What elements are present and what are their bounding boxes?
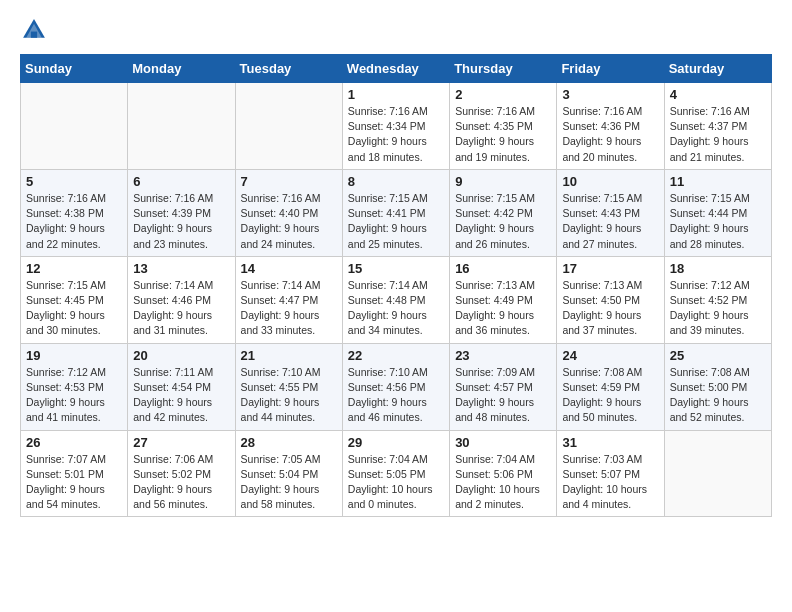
day-info: Sunrise: 7:15 AMSunset: 4:44 PMDaylight:… xyxy=(670,191,766,252)
day-info: Sunrise: 7:13 AMSunset: 4:49 PMDaylight:… xyxy=(455,278,551,339)
day-info: Sunrise: 7:16 AMSunset: 4:36 PMDaylight:… xyxy=(562,104,658,165)
day-number: 3 xyxy=(562,87,658,102)
day-cell: 2Sunrise: 7:16 AMSunset: 4:35 PMDaylight… xyxy=(450,83,557,170)
day-info: Sunrise: 7:12 AMSunset: 4:52 PMDaylight:… xyxy=(670,278,766,339)
day-cell: 9Sunrise: 7:15 AMSunset: 4:42 PMDaylight… xyxy=(450,169,557,256)
day-cell: 15Sunrise: 7:14 AMSunset: 4:48 PMDayligh… xyxy=(342,256,449,343)
day-cell: 17Sunrise: 7:13 AMSunset: 4:50 PMDayligh… xyxy=(557,256,664,343)
day-number: 1 xyxy=(348,87,444,102)
day-info: Sunrise: 7:14 AMSunset: 4:48 PMDaylight:… xyxy=(348,278,444,339)
day-info: Sunrise: 7:14 AMSunset: 4:46 PMDaylight:… xyxy=(133,278,229,339)
day-info: Sunrise: 7:15 AMSunset: 4:42 PMDaylight:… xyxy=(455,191,551,252)
day-cell: 31Sunrise: 7:03 AMSunset: 5:07 PMDayligh… xyxy=(557,430,664,517)
day-number: 9 xyxy=(455,174,551,189)
day-info: Sunrise: 7:06 AMSunset: 5:02 PMDaylight:… xyxy=(133,452,229,513)
logo xyxy=(20,16,52,44)
day-number: 23 xyxy=(455,348,551,363)
day-number: 2 xyxy=(455,87,551,102)
day-info: Sunrise: 7:16 AMSunset: 4:38 PMDaylight:… xyxy=(26,191,122,252)
day-number: 29 xyxy=(348,435,444,450)
day-cell: 12Sunrise: 7:15 AMSunset: 4:45 PMDayligh… xyxy=(21,256,128,343)
day-number: 15 xyxy=(348,261,444,276)
day-info: Sunrise: 7:14 AMSunset: 4:47 PMDaylight:… xyxy=(241,278,337,339)
day-info: Sunrise: 7:16 AMSunset: 4:35 PMDaylight:… xyxy=(455,104,551,165)
weekday-header-wednesday: Wednesday xyxy=(342,55,449,83)
day-info: Sunrise: 7:10 AMSunset: 4:56 PMDaylight:… xyxy=(348,365,444,426)
day-cell: 25Sunrise: 7:08 AMSunset: 5:00 PMDayligh… xyxy=(664,343,771,430)
week-row-4: 19Sunrise: 7:12 AMSunset: 4:53 PMDayligh… xyxy=(21,343,772,430)
day-number: 30 xyxy=(455,435,551,450)
day-number: 17 xyxy=(562,261,658,276)
day-number: 7 xyxy=(241,174,337,189)
day-cell: 22Sunrise: 7:10 AMSunset: 4:56 PMDayligh… xyxy=(342,343,449,430)
day-number: 25 xyxy=(670,348,766,363)
day-info: Sunrise: 7:09 AMSunset: 4:57 PMDaylight:… xyxy=(455,365,551,426)
svg-rect-2 xyxy=(31,32,37,38)
day-info: Sunrise: 7:03 AMSunset: 5:07 PMDaylight:… xyxy=(562,452,658,513)
day-cell: 24Sunrise: 7:08 AMSunset: 4:59 PMDayligh… xyxy=(557,343,664,430)
day-cell xyxy=(235,83,342,170)
day-number: 27 xyxy=(133,435,229,450)
day-number: 28 xyxy=(241,435,337,450)
day-info: Sunrise: 7:16 AMSunset: 4:37 PMDaylight:… xyxy=(670,104,766,165)
day-info: Sunrise: 7:04 AMSunset: 5:06 PMDaylight:… xyxy=(455,452,551,513)
day-info: Sunrise: 7:13 AMSunset: 4:50 PMDaylight:… xyxy=(562,278,658,339)
day-number: 12 xyxy=(26,261,122,276)
day-number: 6 xyxy=(133,174,229,189)
day-cell: 11Sunrise: 7:15 AMSunset: 4:44 PMDayligh… xyxy=(664,169,771,256)
day-number: 10 xyxy=(562,174,658,189)
day-cell xyxy=(664,430,771,517)
week-row-5: 26Sunrise: 7:07 AMSunset: 5:01 PMDayligh… xyxy=(21,430,772,517)
weekday-header-row: SundayMondayTuesdayWednesdayThursdayFrid… xyxy=(21,55,772,83)
day-cell: 10Sunrise: 7:15 AMSunset: 4:43 PMDayligh… xyxy=(557,169,664,256)
day-cell: 26Sunrise: 7:07 AMSunset: 5:01 PMDayligh… xyxy=(21,430,128,517)
day-cell: 18Sunrise: 7:12 AMSunset: 4:52 PMDayligh… xyxy=(664,256,771,343)
day-cell: 28Sunrise: 7:05 AMSunset: 5:04 PMDayligh… xyxy=(235,430,342,517)
weekday-header-monday: Monday xyxy=(128,55,235,83)
day-cell: 29Sunrise: 7:04 AMSunset: 5:05 PMDayligh… xyxy=(342,430,449,517)
day-info: Sunrise: 7:15 AMSunset: 4:43 PMDaylight:… xyxy=(562,191,658,252)
logo-icon xyxy=(20,16,48,44)
day-info: Sunrise: 7:15 AMSunset: 4:45 PMDaylight:… xyxy=(26,278,122,339)
day-number: 16 xyxy=(455,261,551,276)
day-number: 11 xyxy=(670,174,766,189)
day-cell: 7Sunrise: 7:16 AMSunset: 4:40 PMDaylight… xyxy=(235,169,342,256)
day-cell xyxy=(21,83,128,170)
day-cell: 14Sunrise: 7:14 AMSunset: 4:47 PMDayligh… xyxy=(235,256,342,343)
week-row-1: 1Sunrise: 7:16 AMSunset: 4:34 PMDaylight… xyxy=(21,83,772,170)
day-info: Sunrise: 7:08 AMSunset: 5:00 PMDaylight:… xyxy=(670,365,766,426)
day-cell: 21Sunrise: 7:10 AMSunset: 4:55 PMDayligh… xyxy=(235,343,342,430)
day-cell: 8Sunrise: 7:15 AMSunset: 4:41 PMDaylight… xyxy=(342,169,449,256)
day-number: 5 xyxy=(26,174,122,189)
day-cell: 1Sunrise: 7:16 AMSunset: 4:34 PMDaylight… xyxy=(342,83,449,170)
day-number: 14 xyxy=(241,261,337,276)
calendar-table: SundayMondayTuesdayWednesdayThursdayFrid… xyxy=(20,54,772,517)
day-info: Sunrise: 7:12 AMSunset: 4:53 PMDaylight:… xyxy=(26,365,122,426)
day-info: Sunrise: 7:16 AMSunset: 4:40 PMDaylight:… xyxy=(241,191,337,252)
week-row-2: 5Sunrise: 7:16 AMSunset: 4:38 PMDaylight… xyxy=(21,169,772,256)
day-info: Sunrise: 7:16 AMSunset: 4:34 PMDaylight:… xyxy=(348,104,444,165)
week-row-3: 12Sunrise: 7:15 AMSunset: 4:45 PMDayligh… xyxy=(21,256,772,343)
day-number: 19 xyxy=(26,348,122,363)
day-number: 20 xyxy=(133,348,229,363)
day-cell: 4Sunrise: 7:16 AMSunset: 4:37 PMDaylight… xyxy=(664,83,771,170)
weekday-header-sunday: Sunday xyxy=(21,55,128,83)
day-cell: 19Sunrise: 7:12 AMSunset: 4:53 PMDayligh… xyxy=(21,343,128,430)
day-number: 21 xyxy=(241,348,337,363)
day-info: Sunrise: 7:08 AMSunset: 4:59 PMDaylight:… xyxy=(562,365,658,426)
day-number: 24 xyxy=(562,348,658,363)
day-cell: 13Sunrise: 7:14 AMSunset: 4:46 PMDayligh… xyxy=(128,256,235,343)
page: SundayMondayTuesdayWednesdayThursdayFrid… xyxy=(0,0,792,533)
day-cell xyxy=(128,83,235,170)
weekday-header-saturday: Saturday xyxy=(664,55,771,83)
day-cell: 3Sunrise: 7:16 AMSunset: 4:36 PMDaylight… xyxy=(557,83,664,170)
day-cell: 6Sunrise: 7:16 AMSunset: 4:39 PMDaylight… xyxy=(128,169,235,256)
weekday-header-friday: Friday xyxy=(557,55,664,83)
day-info: Sunrise: 7:10 AMSunset: 4:55 PMDaylight:… xyxy=(241,365,337,426)
weekday-header-thursday: Thursday xyxy=(450,55,557,83)
day-number: 8 xyxy=(348,174,444,189)
day-cell: 27Sunrise: 7:06 AMSunset: 5:02 PMDayligh… xyxy=(128,430,235,517)
day-cell: 16Sunrise: 7:13 AMSunset: 4:49 PMDayligh… xyxy=(450,256,557,343)
day-number: 13 xyxy=(133,261,229,276)
day-number: 31 xyxy=(562,435,658,450)
